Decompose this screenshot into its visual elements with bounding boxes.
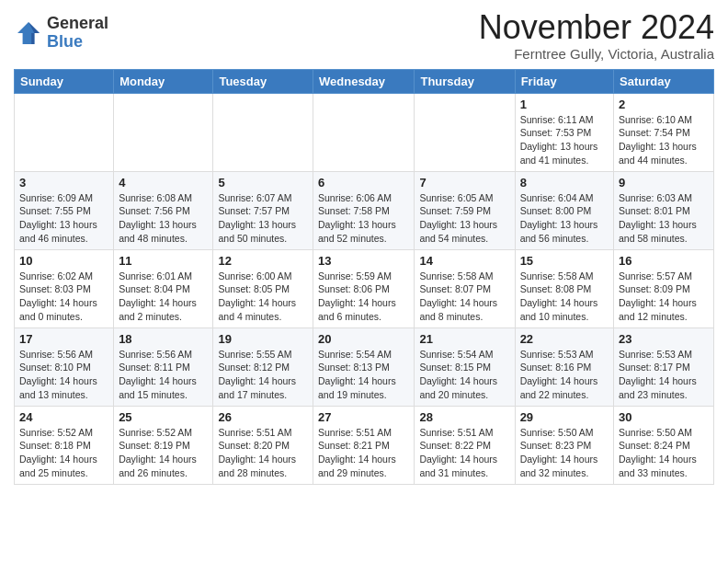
calendar-header-saturday: Saturday bbox=[614, 69, 714, 93]
day-number: 1 bbox=[520, 98, 609, 111]
day-info: Sunrise: 6:09 AM Sunset: 7:55 PM Dayligh… bbox=[19, 191, 108, 246]
day-number: 14 bbox=[419, 254, 509, 268]
day-number: 29 bbox=[520, 410, 609, 424]
month-title: November 2024 bbox=[479, 9, 714, 46]
calendar-cell: 22Sunrise: 5:53 AM Sunset: 8:16 PM Dayli… bbox=[515, 327, 613, 406]
day-number: 13 bbox=[318, 254, 409, 268]
day-number: 3 bbox=[19, 176, 108, 190]
calendar-cell bbox=[114, 93, 213, 171]
calendar-cell bbox=[415, 93, 515, 171]
day-info: Sunrise: 6:01 AM Sunset: 8:04 PM Dayligh… bbox=[119, 270, 208, 324]
calendar-cell: 25Sunrise: 5:52 AM Sunset: 8:19 PM Dayli… bbox=[114, 406, 213, 484]
title-area: November 2024 Ferntree Gully, Victoria, … bbox=[479, 9, 714, 62]
day-info: Sunrise: 5:59 AM Sunset: 8:06 PM Dayligh… bbox=[318, 270, 409, 324]
calendar-header-friday: Friday bbox=[515, 69, 613, 93]
day-number: 15 bbox=[520, 254, 609, 268]
calendar-cell: 23Sunrise: 5:53 AM Sunset: 8:17 PM Dayli… bbox=[614, 327, 714, 406]
day-info: Sunrise: 5:53 AM Sunset: 8:17 PM Dayligh… bbox=[619, 348, 709, 402]
day-number: 22 bbox=[520, 332, 609, 346]
day-info: Sunrise: 5:51 AM Sunset: 8:22 PM Dayligh… bbox=[419, 426, 509, 480]
logo: General Blue bbox=[14, 15, 108, 52]
day-number: 16 bbox=[619, 254, 709, 268]
day-number: 4 bbox=[119, 176, 208, 190]
calendar-cell: 5Sunrise: 6:07 AM Sunset: 7:57 PM Daylig… bbox=[213, 171, 313, 249]
calendar-week-5: 24Sunrise: 5:52 AM Sunset: 8:18 PM Dayli… bbox=[15, 406, 714, 484]
calendar-cell: 29Sunrise: 5:50 AM Sunset: 8:23 PM Dayli… bbox=[515, 406, 613, 484]
day-info: Sunrise: 6:07 AM Sunset: 7:57 PM Dayligh… bbox=[218, 191, 308, 246]
day-number: 9 bbox=[619, 176, 709, 190]
calendar-cell: 30Sunrise: 5:50 AM Sunset: 8:24 PM Dayli… bbox=[614, 406, 714, 484]
calendar-cell: 21Sunrise: 5:54 AM Sunset: 8:15 PM Dayli… bbox=[415, 327, 515, 406]
header: General Blue November 2024 Ferntree Gull… bbox=[14, 9, 714, 62]
calendar-header-monday: Monday bbox=[114, 69, 213, 93]
calendar-cell: 1Sunrise: 6:11 AM Sunset: 7:53 PM Daylig… bbox=[515, 93, 613, 171]
day-info: Sunrise: 5:52 AM Sunset: 8:18 PM Dayligh… bbox=[19, 426, 108, 480]
calendar-cell: 4Sunrise: 6:08 AM Sunset: 7:56 PM Daylig… bbox=[114, 171, 213, 249]
calendar-cell: 24Sunrise: 5:52 AM Sunset: 8:18 PM Dayli… bbox=[15, 406, 114, 484]
calendar-cell: 8Sunrise: 6:04 AM Sunset: 8:00 PM Daylig… bbox=[515, 171, 613, 249]
day-info: Sunrise: 6:08 AM Sunset: 7:56 PM Dayligh… bbox=[119, 191, 208, 246]
day-info: Sunrise: 6:06 AM Sunset: 7:58 PM Dayligh… bbox=[318, 191, 409, 246]
calendar-cell: 19Sunrise: 5:55 AM Sunset: 8:12 PM Dayli… bbox=[213, 327, 313, 406]
calendar-cell: 10Sunrise: 6:02 AM Sunset: 8:03 PM Dayli… bbox=[15, 249, 114, 327]
calendar-cell: 13Sunrise: 5:59 AM Sunset: 8:06 PM Dayli… bbox=[313, 249, 415, 327]
day-info: Sunrise: 5:58 AM Sunset: 8:08 PM Dayligh… bbox=[520, 270, 609, 324]
logo-text: General Blue bbox=[47, 15, 108, 52]
day-number: 27 bbox=[318, 410, 409, 424]
day-info: Sunrise: 5:57 AM Sunset: 8:09 PM Dayligh… bbox=[619, 270, 709, 324]
calendar-week-4: 17Sunrise: 5:56 AM Sunset: 8:10 PM Dayli… bbox=[15, 327, 714, 406]
day-number: 17 bbox=[19, 332, 108, 346]
day-info: Sunrise: 5:51 AM Sunset: 8:20 PM Dayligh… bbox=[218, 426, 308, 480]
page: General Blue November 2024 Ferntree Gull… bbox=[0, 0, 728, 499]
calendar-cell bbox=[15, 93, 114, 171]
day-info: Sunrise: 5:58 AM Sunset: 8:07 PM Dayligh… bbox=[419, 270, 509, 324]
day-number: 18 bbox=[119, 332, 208, 346]
day-number: 23 bbox=[619, 332, 709, 346]
logo-icon bbox=[14, 18, 43, 48]
calendar-cell: 3Sunrise: 6:09 AM Sunset: 7:55 PM Daylig… bbox=[15, 171, 114, 249]
day-number: 26 bbox=[218, 410, 308, 424]
calendar-cell: 15Sunrise: 5:58 AM Sunset: 8:08 PM Dayli… bbox=[515, 249, 613, 327]
day-number: 2 bbox=[619, 98, 709, 111]
day-info: Sunrise: 6:00 AM Sunset: 8:05 PM Dayligh… bbox=[218, 270, 308, 324]
calendar-cell: 12Sunrise: 6:00 AM Sunset: 8:05 PM Dayli… bbox=[213, 249, 313, 327]
day-number: 21 bbox=[419, 332, 509, 346]
calendar-header-wednesday: Wednesday bbox=[313, 69, 415, 93]
day-info: Sunrise: 5:56 AM Sunset: 8:10 PM Dayligh… bbox=[19, 348, 108, 402]
day-number: 28 bbox=[419, 410, 509, 424]
day-info: Sunrise: 5:52 AM Sunset: 8:19 PM Dayligh… bbox=[119, 426, 208, 480]
calendar-cell: 9Sunrise: 6:03 AM Sunset: 8:01 PM Daylig… bbox=[614, 171, 714, 249]
calendar-header-thursday: Thursday bbox=[415, 69, 515, 93]
calendar-table: SundayMondayTuesdayWednesdayThursdayFrid… bbox=[14, 69, 714, 485]
day-info: Sunrise: 5:53 AM Sunset: 8:16 PM Dayligh… bbox=[520, 348, 609, 402]
day-info: Sunrise: 5:55 AM Sunset: 8:12 PM Dayligh… bbox=[218, 348, 308, 402]
calendar-cell: 27Sunrise: 5:51 AM Sunset: 8:21 PM Dayli… bbox=[313, 406, 415, 484]
day-info: Sunrise: 6:03 AM Sunset: 8:01 PM Dayligh… bbox=[619, 191, 709, 246]
day-number: 8 bbox=[520, 176, 609, 190]
calendar-cell bbox=[213, 93, 313, 171]
calendar-cell: 14Sunrise: 5:58 AM Sunset: 8:07 PM Dayli… bbox=[415, 249, 515, 327]
calendar-week-1: 1Sunrise: 6:11 AM Sunset: 7:53 PM Daylig… bbox=[15, 93, 714, 171]
calendar-cell: 2Sunrise: 6:10 AM Sunset: 7:54 PM Daylig… bbox=[614, 93, 714, 171]
calendar-cell: 7Sunrise: 6:05 AM Sunset: 7:59 PM Daylig… bbox=[415, 171, 515, 249]
calendar-cell: 6Sunrise: 6:06 AM Sunset: 7:58 PM Daylig… bbox=[313, 171, 415, 249]
calendar-header-row: SundayMondayTuesdayWednesdayThursdayFrid… bbox=[15, 69, 714, 93]
day-info: Sunrise: 6:10 AM Sunset: 7:54 PM Dayligh… bbox=[619, 113, 709, 167]
day-info: Sunrise: 6:02 AM Sunset: 8:03 PM Dayligh… bbox=[19, 270, 108, 324]
calendar-cell: 11Sunrise: 6:01 AM Sunset: 8:04 PM Dayli… bbox=[114, 249, 213, 327]
day-number: 11 bbox=[119, 254, 208, 268]
day-number: 19 bbox=[218, 332, 308, 346]
day-number: 20 bbox=[318, 332, 409, 346]
day-info: Sunrise: 5:54 AM Sunset: 8:15 PM Dayligh… bbox=[419, 348, 509, 402]
calendar-header-tuesday: Tuesday bbox=[213, 69, 313, 93]
day-number: 30 bbox=[619, 410, 709, 424]
day-info: Sunrise: 6:05 AM Sunset: 7:59 PM Dayligh… bbox=[419, 191, 509, 246]
calendar-cell: 17Sunrise: 5:56 AM Sunset: 8:10 PM Dayli… bbox=[15, 327, 114, 406]
day-info: Sunrise: 6:11 AM Sunset: 7:53 PM Dayligh… bbox=[520, 113, 609, 167]
day-number: 24 bbox=[19, 410, 108, 424]
day-info: Sunrise: 5:56 AM Sunset: 8:11 PM Dayligh… bbox=[119, 348, 208, 402]
day-info: Sunrise: 5:50 AM Sunset: 8:23 PM Dayligh… bbox=[520, 426, 609, 480]
day-number: 25 bbox=[119, 410, 208, 424]
day-info: Sunrise: 5:50 AM Sunset: 8:24 PM Dayligh… bbox=[619, 426, 709, 480]
calendar-cell: 20Sunrise: 5:54 AM Sunset: 8:13 PM Dayli… bbox=[313, 327, 415, 406]
